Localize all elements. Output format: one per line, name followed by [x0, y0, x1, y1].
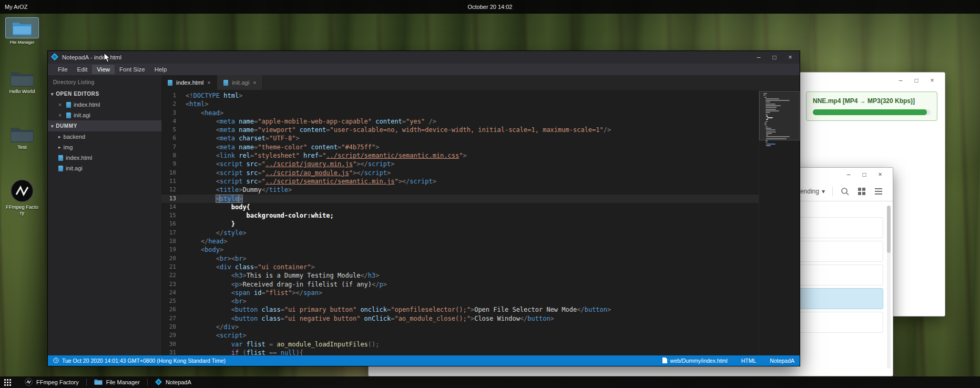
window-title: NotepadA - index.html [62, 54, 752, 60]
folder-icon [5, 125, 39, 143]
minimap[interactable] [759, 90, 800, 355]
notepada-titlebar[interactable]: NotepadA - index.html – □ × [48, 51, 800, 64]
line-number: 23 [161, 280, 186, 289]
code-text: <script src="../script/jquery.min.js"></… [186, 160, 394, 168]
code-line-25[interactable]: 25 <br> [161, 297, 759, 305]
tab-init-agi[interactable]: init.agi× [217, 75, 263, 90]
start-menu-icon[interactable] [4, 379, 11, 386]
notepada-app-icon [51, 53, 58, 62]
code-text: </div> [186, 323, 239, 331]
code-text: <meta name="apple-mobile-web-app-capable… [186, 117, 436, 126]
maximize-button[interactable]: □ [768, 53, 781, 62]
tree-item-init-agi[interactable]: init.agi [48, 163, 161, 173]
desktop-icon-hello-world[interactable]: Hello World [5, 69, 39, 95]
code-text: <meta name="viewport" content="user-scal… [186, 126, 611, 134]
close-tab-icon[interactable]: × [207, 80, 210, 86]
tree-section-open-editors[interactable]: ▾OPEN EDITORS [48, 88, 161, 99]
scrollbar[interactable] [887, 206, 891, 369]
minimize-button[interactable]: – [894, 76, 907, 85]
code-line-30[interactable]: 30 var flist = ao_module_loadInputFiles(… [161, 340, 759, 349]
minimize-button[interactable]: – [752, 53, 765, 62]
menu-file[interactable]: File [53, 65, 73, 74]
taskbar-item-label: FFmpeg Factory [36, 379, 79, 385]
close-button[interactable]: × [874, 170, 886, 179]
code-line-23[interactable]: 23 <p>Received drag-in filelist (if any)… [161, 280, 759, 289]
close-editor-icon[interactable]: × [58, 113, 64, 118]
code-line-26[interactable]: 26 <button class="ui primary button" onc… [161, 305, 759, 314]
code-text: <meta name="theme-color" content="#4b75f… [186, 143, 380, 151]
status-file-path[interactable]: web/Dummy/index.html [670, 358, 728, 364]
code-text: <title>Dummy</title> [186, 186, 292, 194]
aroz-menu-button[interactable]: My ArOZ [0, 4, 27, 10]
desktop-icon-test[interactable]: Test [5, 125, 39, 150]
tree-item-index-html[interactable]: index.html [48, 152, 161, 163]
tree-section-dummy[interactable]: ▾DUMMY [48, 120, 161, 131]
code-line-8[interactable]: 8 <link rel="stylesheet" href="../script… [161, 151, 759, 160]
ffmpeg-app-icon [25, 378, 33, 387]
code-line-14[interactable]: 14 body{ [161, 203, 759, 211]
tree-item-init-agi[interactable]: ×init.agi [48, 110, 161, 120]
editor: index.html×init.agi× 1<!DOCTYPE html>2<h… [161, 75, 800, 355]
close-editor-icon[interactable]: × [58, 102, 64, 108]
maximize-button[interactable]: □ [858, 170, 871, 179]
menu-edit[interactable]: Edit [73, 65, 93, 74]
code-line-1[interactable]: 1<!DOCTYPE html> [161, 91, 759, 100]
desktop-icon-file-manager[interactable]: File Manager [5, 17, 39, 45]
close-tab-icon[interactable]: × [253, 80, 257, 86]
code-line-15[interactable]: 15 background-color:white; [161, 211, 759, 220]
taskbar-item-file-manager[interactable]: File Manager [87, 376, 147, 388]
status-language[interactable]: HTML [741, 358, 757, 364]
scrollbar-thumb[interactable] [887, 206, 891, 253]
code-line-22[interactable]: 22 <h3>This is a Dummy Testing Module</h… [161, 271, 759, 280]
code-line-29[interactable]: 29 <script> [161, 331, 759, 340]
code-line-12[interactable]: 12 <title>Dummy</title> [161, 186, 759, 194]
taskbar-item-notepada[interactable]: NotepadA [148, 376, 199, 388]
maximize-button[interactable]: □ [910, 76, 923, 85]
code-line-21[interactable]: 21 <div class="ui container"> [161, 263, 759, 271]
desktop-icon-label: FFmpeg Factory [5, 205, 39, 216]
code-line-18[interactable]: 18 </head> [161, 237, 759, 246]
file-icon [58, 166, 63, 171]
code-line-3[interactable]: 3 <head> [161, 109, 759, 117]
code-line-28[interactable]: 28 </div> [161, 323, 759, 331]
code-line-13[interactable]: 13 <style> [161, 195, 759, 203]
code-text: <br><br> [186, 254, 247, 263]
list-view-icon[interactable] [874, 187, 883, 196]
close-button[interactable]: × [784, 53, 797, 62]
tree-item-img[interactable]: ▸img [48, 142, 161, 152]
code-line-2[interactable]: 2<html> [161, 100, 759, 108]
tree-item-backend[interactable]: ▸backend [48, 131, 161, 142]
minimap-line [766, 144, 775, 145]
search-icon[interactable] [840, 187, 850, 196]
folder-icon [94, 379, 103, 386]
minimap-line [765, 128, 772, 129]
minimize-button[interactable]: – [842, 170, 855, 179]
code-line-10[interactable]: 10 <script src="../script/ao_module.js">… [161, 169, 759, 177]
code-line-7[interactable]: 7 <meta name="theme-color" content="#4b7… [161, 143, 759, 151]
code-line-11[interactable]: 11 <script src="../script/semantic/seman… [161, 177, 759, 186]
code-line-16[interactable]: 16 } [161, 220, 759, 228]
code-line-6[interactable]: 6 <meta charset="UTF-8"> [161, 134, 759, 142]
code-line-24[interactable]: 24 <span id="flist"></span> [161, 289, 759, 297]
sort-dropdown[interactable]: ending ▾ [800, 188, 825, 195]
chevron-down-icon: ▾ [51, 91, 54, 97]
menu-view[interactable]: View [92, 65, 115, 74]
taskbar-item-ffmpeg-factory[interactable]: FFmpeg Factory [17, 376, 86, 388]
code-line-9[interactable]: 9 <script src="../script/jquery.min.js">… [161, 160, 759, 168]
code-line-19[interactable]: 19 <body> [161, 246, 759, 254]
code-line-20[interactable]: 20 <br><br> [161, 254, 759, 263]
code-line-17[interactable]: 17 </style> [161, 229, 759, 237]
code-line-5[interactable]: 5 <meta name="viewport" content="user-sc… [161, 126, 759, 134]
close-button[interactable]: × [926, 76, 938, 85]
tab-index-html[interactable]: index.html× [161, 75, 217, 90]
tree-item-index-html[interactable]: ×index.html [48, 99, 161, 110]
code-area[interactable]: 1<!DOCTYPE html>2<html>3 <head>4 <meta n… [161, 90, 759, 355]
desktop-icon-ffmpeg-factory[interactable]: FFmpeg Factory [5, 179, 39, 216]
grid-view-icon[interactable] [857, 187, 866, 196]
line-number: 12 [161, 186, 186, 194]
code-line-31[interactable]: 31 if (flist == null){ [161, 349, 759, 355]
menu-help[interactable]: Help [150, 65, 172, 74]
code-line-4[interactable]: 4 <meta name="apple-mobile-web-app-capab… [161, 117, 759, 126]
code-line-27[interactable]: 27 <button class="ui negative button" on… [161, 314, 759, 323]
menu-font-size[interactable]: Font Size [115, 65, 150, 74]
